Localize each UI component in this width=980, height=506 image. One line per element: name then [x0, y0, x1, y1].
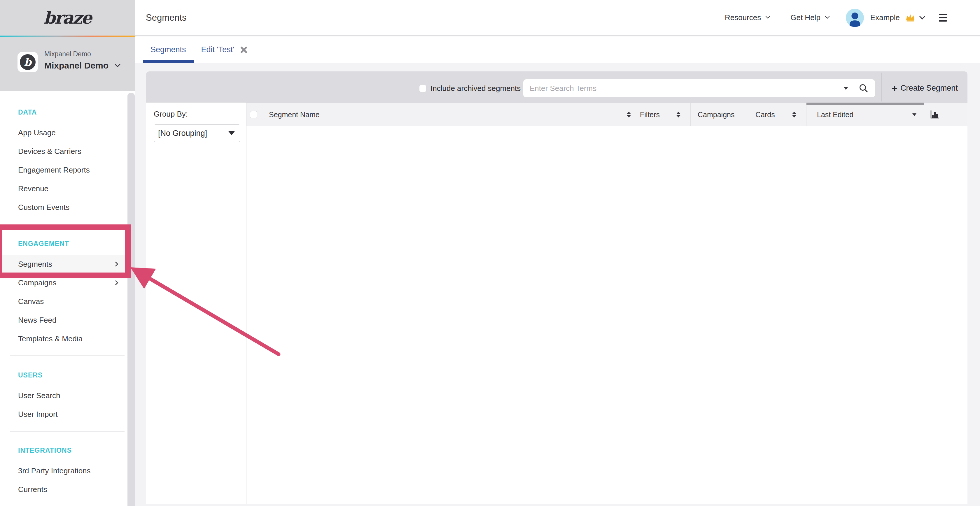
chevron-down-icon	[825, 14, 830, 19]
include-archived-label: Include archived segments	[431, 84, 520, 93]
workspace-switcher[interactable]: b Mixpanel Demo Mixpanel Demo	[0, 37, 135, 91]
group-by-value: [No Grouping]	[158, 129, 207, 138]
column-last-edited[interactable]: Last Edited	[806, 103, 924, 126]
search-dropdown-caret-icon[interactable]	[843, 87, 848, 90]
sidebar-nav: DATA App Usage Devices & Carriers Engage…	[0, 91, 127, 499]
column-cards[interactable]: Cards	[749, 103, 806, 126]
include-archived-checkbox[interactable]	[419, 85, 426, 92]
sidebar-item-devices-carriers[interactable]: Devices & Carriers	[0, 142, 127, 160]
sidebar-item-engagement-reports[interactable]: Engagement Reports	[0, 160, 127, 179]
chevron-right-icon	[113, 262, 118, 267]
sort-desc-icon[interactable]	[912, 113, 916, 116]
search-icon[interactable]	[859, 83, 869, 93]
sidebar-item-news-feed[interactable]: News Feed	[0, 311, 127, 329]
section-header-users: USERS	[0, 371, 127, 379]
active-tab-underline	[143, 60, 194, 63]
top-header: Segments Resources Get Help Example	[135, 0, 980, 36]
sidebar-item-label: Campaigns	[18, 278, 57, 287]
chevron-down-icon	[766, 14, 770, 19]
user-name[interactable]: Example	[870, 13, 900, 22]
braze-wordmark: braze	[43, 8, 91, 28]
segments-table: Segment Name Filters Campaigns Cards	[247, 103, 967, 504]
create-segment-label: Create Segment	[900, 84, 958, 93]
filter-bar: Include archived segments + Create Segme…	[146, 71, 967, 103]
plus-icon: +	[892, 83, 897, 93]
column-label: Cards	[756, 111, 775, 119]
create-segment-button[interactable]: + Create Segment	[882, 71, 967, 103]
avatar[interactable]	[846, 9, 864, 27]
sidebar-item-currents[interactable]: Currents	[0, 480, 127, 499]
sidebar-item-3rd-party-integrations[interactable]: 3rd Party Integrations	[0, 462, 127, 480]
column-label: Campaigns	[698, 111, 734, 119]
column-label: Filters	[640, 111, 660, 119]
column-label: Segment Name	[269, 111, 320, 119]
braze-logo[interactable]: braze	[0, 0, 135, 36]
chevron-down-icon[interactable]	[115, 62, 121, 67]
include-archived-control: Include archived segments	[419, 71, 520, 103]
group-by-select[interactable]: [No Grouping]	[154, 124, 240, 142]
get-help-menu[interactable]: Get Help	[791, 13, 829, 22]
bar-chart-icon	[929, 110, 940, 119]
column-analytics[interactable]	[924, 103, 945, 126]
column-label: Last Edited	[817, 111, 853, 119]
crown-icon	[905, 13, 916, 22]
select-all-checkbox[interactable]	[250, 111, 257, 118]
section-header-integrations: INTEGRATIONS	[0, 446, 127, 454]
main-area: Segments Resources Get Help Example	[135, 0, 980, 506]
tab-bar: Segments Edit 'Test'	[135, 36, 980, 63]
column-filters[interactable]: Filters	[632, 103, 690, 126]
section-header-data: DATA	[0, 108, 127, 116]
chevron-right-icon	[113, 281, 118, 286]
sidebar-item-custom-events[interactable]: Custom Events	[0, 198, 127, 217]
sidebar-item-user-import[interactable]: User Import	[0, 405, 127, 424]
segment-search-box	[523, 79, 875, 97]
chevron-down-icon[interactable]	[920, 13, 925, 19]
sidebar-item-label: Segments	[18, 260, 52, 269]
workspace-name: Mixpanel Demo	[45, 60, 108, 71]
group-by-label: Group By:	[154, 109, 246, 119]
sidebar-item-revenue[interactable]: Revenue	[0, 179, 127, 198]
resources-label: Resources	[725, 13, 761, 22]
section-header-engagement: ENGAGEMENT	[0, 240, 127, 248]
column-segment-name[interactable]: Segment Name	[261, 103, 632, 126]
column-spacer	[945, 103, 967, 126]
tab-segments[interactable]: Segments	[143, 36, 194, 63]
tab-label: Segments	[151, 45, 186, 54]
tab-edit-test[interactable]: Edit 'Test'	[194, 36, 256, 63]
column-campaigns[interactable]: Campaigns	[690, 103, 749, 126]
sidebar-item-campaigns[interactable]: Campaigns	[0, 273, 127, 292]
sidebar-item-segments[interactable]: Segments	[0, 255, 127, 273]
workspace-company-label: Mixpanel Demo	[45, 50, 91, 58]
table-header-row: Segment Name Filters Campaigns Cards	[247, 103, 967, 126]
tab-label: Edit 'Test'	[201, 45, 234, 54]
close-tab-icon[interactable]	[240, 46, 248, 54]
sidebar-item-user-search[interactable]: User Search	[0, 386, 127, 405]
page-title: Segments	[146, 13, 187, 23]
annotation-arrow	[126, 261, 289, 360]
sidebar-item-templates-media[interactable]: Templates & Media	[0, 329, 127, 348]
sidebar: braze b Mixpanel Demo Mixpanel Demo DATA…	[0, 0, 135, 506]
hamburger-menu-icon[interactable]	[939, 14, 947, 22]
select-caret-icon	[228, 131, 235, 135]
sort-icon[interactable]	[792, 112, 796, 117]
sort-icon[interactable]	[676, 112, 681, 117]
workspace-icon: b	[18, 52, 38, 72]
sidebar-item-app-usage[interactable]: App Usage	[0, 123, 127, 142]
sort-icon[interactable]	[627, 112, 631, 117]
search-input[interactable]	[530, 84, 843, 93]
sorted-column-indicator	[807, 103, 924, 105]
table-body-empty	[247, 126, 967, 504]
resources-menu[interactable]: Resources	[725, 13, 769, 22]
select-all-cell	[247, 103, 261, 126]
braze-b-icon: b	[20, 54, 36, 70]
sidebar-item-canvas[interactable]: Canvas	[0, 292, 127, 311]
get-help-label: Get Help	[791, 13, 821, 22]
